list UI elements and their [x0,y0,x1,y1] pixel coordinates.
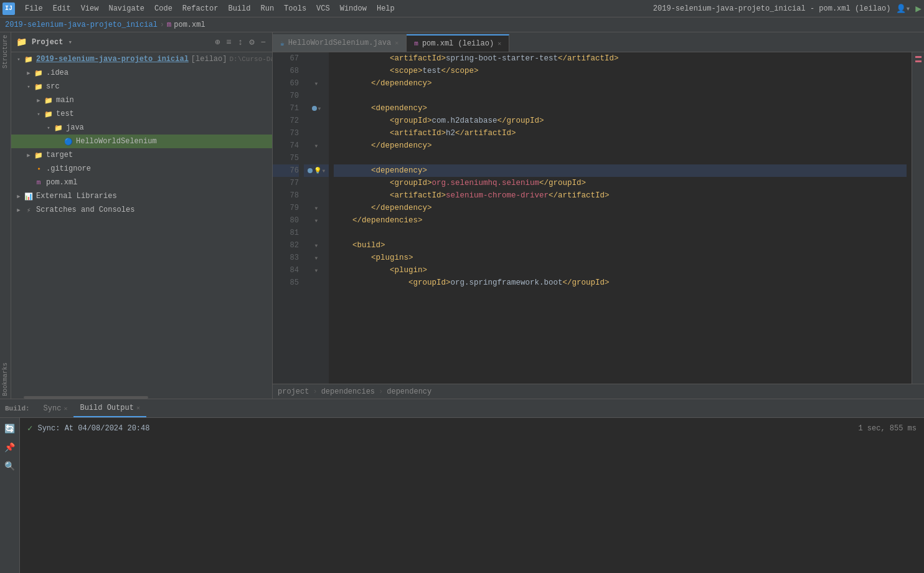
tree-item-scratches[interactable]: ▶ ⚡ Scratches and Consoles [11,203,272,217]
tree-item-java[interactable]: ▾ 📁 java [11,121,272,135]
gitignore-file-icon: 🔸 [34,164,44,174]
code-line-83: <plugins> [334,252,907,264]
user-icon[interactable]: 👤▾ [896,4,911,14]
sync-time: 1 sec, 855 ms [858,424,917,433]
tree-label-target: target [46,151,73,159]
menu-view[interactable]: View [76,3,104,14]
tree-item-helloworld[interactable]: ▶ 🔵 HelloWorldSelenium [11,135,272,148]
expand-arrow-src: ▾ [24,82,34,92]
logo-text: IJ [5,5,12,12]
tab-build-output-close[interactable]: ✕ [136,404,140,412]
tab-build-output[interactable]: Build Output ✕ [73,400,146,417]
menu-build[interactable]: Build [223,3,255,14]
menu-edit[interactable]: Edit [48,3,76,14]
bc-dependencies[interactable]: dependencies [321,387,375,396]
tree-label-extlibs: External Libraries [36,192,117,201]
pin-icon[interactable]: 📌 [3,440,17,454]
tree-item-external-libs[interactable]: ▶ 📊 External Libraries [11,189,272,203]
code-line-70 [334,90,907,102]
expand-arrow-extlibs: ▶ [14,191,24,201]
sync-icon[interactable]: 🔄 [3,422,17,435]
search-bottom-icon[interactable]: 🔍 [3,459,17,473]
breadcrumb: 2019-selenium-java-projeto_inicial › m p… [0,17,924,32]
tree-item-target[interactable]: ▶ 📁 target [11,148,272,162]
expand-arrow-idea: ▶ [24,68,34,78]
dropdown-icon[interactable]: ▾ [68,38,72,46]
left-gutter: Structure Bookmarks [0,32,11,399]
code-line-81 [334,227,907,239]
right-scrollbar[interactable] [912,52,924,384]
tree-item-pomxml[interactable]: ▶ m pom.xml [11,176,272,189]
code-line-78: <artifactId>selenium-chrome-driver</arti… [334,189,907,202]
code-line-80: </dependencies> [334,214,907,227]
bottom-tabs: Build: Sync ✕ Build Output ✕ [0,399,924,418]
tree-item-test[interactable]: ▾ 📁 test [11,107,272,121]
tab-helloworld[interactable]: ☕ HelloWorldSelenium.java ✕ [273,34,407,52]
collapse-icon[interactable]: ≡ [225,36,232,49]
tabs-bar: ☕ HelloWorldSelenium.java ✕ m pom.xml (l… [273,32,924,52]
run-icon[interactable]: ▶ [915,2,922,15]
tab-sync[interactable]: Sync ✕ [37,400,74,417]
menu-vcs[interactable]: VCS [311,3,335,14]
bottom-content: 🔄 📌 🔍 ✓ Sync: At 04/08/2024 20:48 1 sec,… [0,418,924,573]
window-title: 2019-selenium-java-projeto_inicial - pom… [653,4,891,13]
breadcrumb-file[interactable]: pom.xml [174,21,205,29]
tree-item-idea[interactable]: ▶ 📁 .idea [11,66,272,80]
code-line-74: </dependency> [334,140,907,152]
tab-pomxml-close[interactable]: ✕ [497,40,501,47]
sidebar-scrollbar[interactable] [11,396,272,399]
expand-arrow-root: ▾ [14,54,24,64]
menu-bar-right: 2019-selenium-java-projeto_inicial - pom… [653,2,922,15]
bookmarks-label[interactable]: Bookmarks [1,360,10,399]
tree-label-idea: .idea [46,69,68,77]
tree-item-src[interactable]: ▾ 📁 src [11,80,272,93]
code-line-77: <groupId>org.seleniumhq.selenium</groupI… [334,177,907,189]
tree-label-test: test [56,110,74,118]
menu-tools[interactable]: Tools [279,3,311,14]
tab-pomxml[interactable]: m pom.xml (leilao) ✕ [407,34,509,52]
menu-navigate[interactable]: Navigate [103,3,149,14]
bc-sep2: › [379,387,383,396]
pom-file-icon: m [34,178,44,187]
breadcrumb-project[interactable]: 2019-selenium-java-projeto_inicial [5,21,158,29]
java-folder-icon: 📁 [54,123,64,133]
menu-help[interactable]: Help [372,3,400,14]
menu-code[interactable]: Code [149,3,177,14]
settings-icon[interactable]: ⚙ [248,36,255,49]
code-line-76: <dependency> [334,164,907,177]
hide-icon[interactable]: − [260,36,267,49]
code-gutter: ▼ ▼ ▼ 💡 ▼ [304,52,329,384]
idea-folder-icon: 📁 [34,68,44,78]
tab-helloworld-close[interactable]: ✕ [395,39,398,47]
main-folder-icon: 📁 [44,95,54,105]
tree-item-root[interactable]: ▾ 📁 2019-selenium-java-projeto_inicial [… [11,52,272,66]
tree-label-src: src [46,82,60,91]
sidebar-title: Project [32,38,63,47]
menu-refactor[interactable]: Refactor [177,3,224,14]
code-line-79: </dependency> [334,202,907,214]
scrollbar-thumb[interactable] [24,396,148,399]
bc-project[interactable]: project [278,387,309,396]
code-line-82: <build> [334,239,907,252]
main-layout: Structure Bookmarks 📁 Project ▾ ⊕ ≡ ↕ ⚙ … [0,32,924,399]
menu-file[interactable]: File [20,3,48,14]
code-editor[interactable]: <artifactId>spring-boot-starter-test</ar… [329,52,912,384]
sort-icon[interactable]: ↕ [237,36,244,49]
sync-message: ✓ Sync: At 04/08/2024 20:48 1 sec, 855 m… [27,423,917,433]
bc-dependency[interactable]: dependency [387,387,431,396]
locate-icon[interactable]: ⊕ [214,36,221,49]
structure-label[interactable]: Structure [1,32,10,71]
tab-pomxml-label: pom.xml (leilao) [422,39,494,48]
menu-run[interactable]: Run [255,3,279,14]
tree-item-gitignore[interactable]: ▶ 🔸 .gitignore [11,162,272,176]
tab-sync-close[interactable]: ✕ [64,405,67,412]
scratches-icon: ⚡ [24,205,34,215]
menu-window[interactable]: Window [335,3,372,14]
tab-build-output-label: Build Output [80,404,133,412]
tree-label-pomxml: pom.xml [46,178,77,187]
sync-text: Sync: At 04/08/2024 20:48 [37,424,149,433]
right-panel-marker2 [915,60,922,62]
tree-item-main[interactable]: ▶ 📁 main [11,93,272,107]
editor-content: 67 68 69 70 71 72 73 74 75 76 77 78 79 8… [273,52,924,384]
sidebar: 📁 Project ▾ ⊕ ≡ ↕ ⚙ − ▾ 📁 2019-selenium-… [11,32,273,399]
